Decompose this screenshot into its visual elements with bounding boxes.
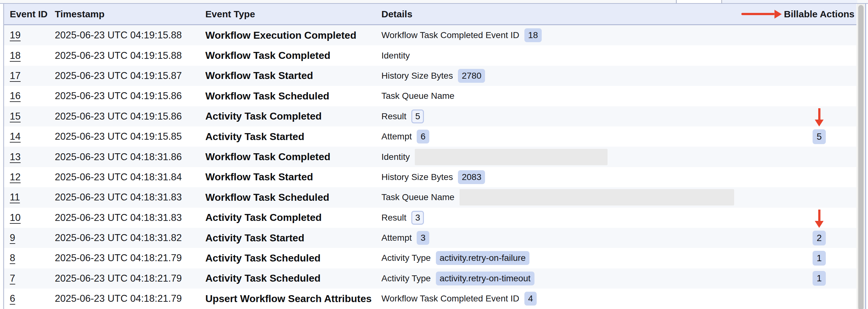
event-id-cell: 15 [4, 111, 55, 122]
details-cell: History Size Bytes 2780 [381, 69, 782, 83]
event-row[interactable]: 17 2025-06-23 UTC 04:19:15.87 Workflow T… [4, 66, 856, 86]
details-cell: Identity [381, 51, 782, 61]
details-cell: Task Queue Name [381, 91, 782, 101]
redacted-value [415, 149, 608, 165]
event-row[interactable]: 18 2025-06-23 UTC 04:19:15.88 Workflow T… [4, 45, 856, 65]
detail-value-badge: 3 [411, 211, 424, 225]
timestamp-cell: 2025-06-23 UTC 04:19:15.86 [55, 111, 205, 122]
event-id-link[interactable]: 13 [10, 151, 21, 162]
event-type-cell: Activity Task Completed [205, 212, 381, 224]
billable-cell: 1 [782, 251, 856, 266]
details-cell: Attempt 6 [381, 130, 782, 143]
event-id-cell: 17 [4, 70, 55, 81]
details-cell: Task Queue Name [381, 189, 782, 205]
arrow-right-icon [741, 10, 782, 19]
details-cell: Workflow Task Completed Event ID 4 [381, 292, 782, 306]
timestamp-cell: 2025-06-23 UTC 04:18:31.83 [55, 212, 205, 224]
event-type-cell: Workflow Task Completed [205, 151, 381, 163]
detail-label: History Size Bytes [381, 71, 453, 81]
event-type-cell: Activity Task Completed [205, 110, 381, 122]
event-type-cell: Activity Task Started [205, 131, 381, 142]
column-header-billable-actions: Billable Actions [782, 9, 856, 20]
event-row[interactable]: 11 2025-06-23 UTC 04:18:31.83 Workflow T… [4, 187, 856, 207]
details-cell: History Size Bytes 2083 [381, 170, 782, 184]
billable-cell: 1 [782, 271, 856, 286]
event-id-cell: 9 [4, 232, 55, 244]
scrollbar-thumb[interactable] [858, 5, 864, 309]
event-row[interactable]: 13 2025-06-23 UTC 04:18:31.86 Workflow T… [4, 147, 856, 167]
detail-value-badge: 5 [411, 109, 424, 123]
event-row[interactable]: 6 2025-06-23 UTC 04:18:21.79 Upsert Work… [4, 288, 856, 309]
event-row[interactable]: 16 2025-06-23 UTC 04:19:15.86 Workflow T… [4, 86, 856, 106]
event-id-cell: 8 [4, 252, 55, 264]
event-row[interactable]: 12 2025-06-23 UTC 04:18:31.84 Workflow T… [4, 167, 856, 187]
event-row[interactable]: 19 2025-06-23 UTC 04:19:15.88 Workflow E… [4, 25, 856, 45]
detail-label: Task Queue Name [381, 91, 455, 101]
timestamp-cell: 2025-06-23 UTC 04:19:15.85 [55, 131, 205, 142]
details-cell: Result 5 [381, 109, 782, 123]
arrow-right-head [774, 10, 782, 19]
event-id-link[interactable]: 17 [10, 70, 21, 81]
event-row[interactable]: 9 2025-06-23 UTC 04:18:31.82 Activity Ta… [4, 228, 856, 248]
event-id-cell: 7 [4, 273, 55, 284]
detail-label: Result [381, 213, 406, 223]
event-id-cell: 10 [4, 212, 55, 224]
event-row[interactable]: 10 2025-06-23 UTC 04:18:31.83 Activity T… [4, 208, 856, 228]
detail-label: Attempt [381, 132, 412, 142]
event-id-link[interactable]: 15 [10, 111, 21, 122]
clipped-toolbar-tint [723, 0, 857, 3]
event-row[interactable]: 8 2025-06-23 UTC 04:18:21.79 Activity Ta… [4, 248, 856, 268]
arrow-down-icon [815, 210, 824, 228]
event-id-link[interactable]: 16 [10, 90, 21, 101]
event-id-link[interactable]: 8 [10, 252, 15, 263]
detail-value-badge: 2780 [458, 69, 485, 83]
details-cell: Attempt 3 [381, 231, 782, 245]
detail-value-badge: 3 [417, 231, 429, 245]
billable-actions-badge: 1 [812, 251, 826, 266]
detail-label: Activity Type [381, 253, 431, 263]
event-id-link[interactable]: 12 [10, 171, 21, 182]
arrow-right-stem [741, 13, 774, 15]
event-type-cell: Workflow Task Scheduled [205, 90, 381, 102]
timestamp-cell: 2025-06-23 UTC 04:18:31.84 [55, 171, 205, 183]
timestamp-cell: 2025-06-23 UTC 04:19:15.87 [55, 70, 205, 81]
detail-label: Activity Type [381, 273, 431, 283]
timestamp-cell: 2025-06-23 UTC 04:18:21.79 [55, 252, 205, 264]
event-id-link[interactable]: 10 [10, 212, 21, 223]
detail-label: Workflow Task Completed Event ID [381, 294, 519, 304]
column-header-event-id: Event ID [4, 9, 55, 20]
arrow-down-head [815, 119, 824, 127]
event-id-link[interactable]: 9 [10, 232, 15, 243]
event-type-cell: Workflow Task Started [205, 171, 381, 183]
column-header-details: Details [381, 9, 782, 20]
event-id-link[interactable]: 7 [10, 273, 15, 284]
timestamp-cell: 2025-06-23 UTC 04:19:15.88 [55, 30, 205, 41]
event-id-link[interactable]: 18 [10, 50, 21, 61]
event-id-link[interactable]: 19 [10, 30, 21, 41]
details-cell: Activity Type activity.retry-on-timeout [381, 272, 782, 285]
detail-label: Identity [381, 152, 410, 162]
event-row[interactable]: 14 2025-06-23 UTC 04:19:15.85 Activity T… [4, 127, 856, 147]
detail-label: Attempt [381, 233, 412, 243]
detail-label: Identity [381, 51, 410, 61]
event-id-link[interactable]: 6 [10, 293, 15, 304]
clipped-toolbar-notch [676, 0, 722, 3]
event-id-link[interactable]: 11 [10, 192, 20, 203]
event-row[interactable]: 7 2025-06-23 UTC 04:18:21.79 Activity Ta… [4, 268, 856, 288]
detail-label: History Size Bytes [381, 172, 453, 182]
timestamp-cell: 2025-06-23 UTC 04:18:21.79 [55, 293, 205, 304]
timestamp-cell: 2025-06-23 UTC 04:18:31.82 [55, 232, 205, 244]
event-type-cell: Workflow Task Started [205, 70, 381, 81]
event-type-cell: Workflow Task Scheduled [205, 192, 381, 203]
event-row[interactable]: 15 2025-06-23 UTC 04:19:15.86 Activity T… [4, 106, 856, 127]
event-id-cell: 6 [4, 293, 55, 304]
detail-value-badge: 4 [524, 292, 537, 306]
details-cell: Workflow Task Completed Event ID 18 [381, 28, 782, 42]
billable-cell: 5 [782, 129, 856, 144]
event-id-link[interactable]: 14 [10, 131, 21, 142]
timestamp-cell: 2025-06-23 UTC 04:18:31.83 [55, 192, 205, 203]
billable-actions-badge: 1 [812, 271, 826, 286]
billable-cell [782, 106, 856, 127]
arrow-down-head [815, 221, 824, 228]
event-id-cell: 19 [4, 30, 55, 41]
